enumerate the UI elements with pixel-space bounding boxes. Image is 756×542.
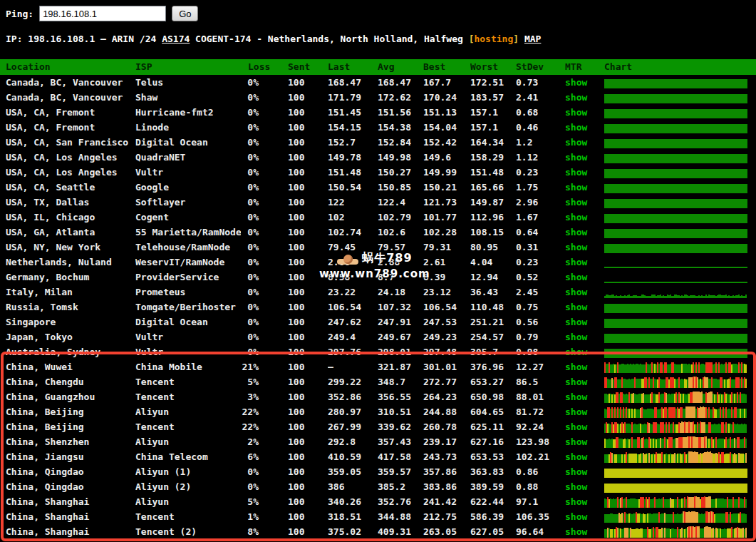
row-mtr: show xyxy=(565,419,604,434)
row-avg: 357.43 xyxy=(378,434,423,449)
row-best: 383.86 xyxy=(423,479,470,494)
row-worst: 625.11 xyxy=(470,419,516,434)
row-stdev: 102.21 xyxy=(516,449,565,464)
row-loss: 0% xyxy=(241,464,288,479)
latency-chart xyxy=(604,376,747,388)
row-sent: 100 xyxy=(288,105,328,120)
mtr-show-link[interactable]: show xyxy=(565,77,587,88)
table-row: Japan, TokyoVultr0%100249.4249.67249.232… xyxy=(0,329,756,344)
row-avg: 102.79 xyxy=(378,210,423,225)
mtr-show-link[interactable]: show xyxy=(565,242,587,252)
row-stdev: 0.31 xyxy=(516,240,565,255)
row-chart-cell xyxy=(604,464,749,479)
mtr-show-link[interactable]: show xyxy=(565,182,587,193)
ping-table: Location ISP Loss Sent Last Avg Best Wor… xyxy=(0,59,756,539)
row-worst: 183.57 xyxy=(470,90,516,105)
table-row: USA, IL, ChicagoCogent0%100102102.79101.… xyxy=(0,210,756,225)
mtr-show-link[interactable]: show xyxy=(565,421,587,432)
mtr-show-link[interactable]: show xyxy=(565,481,587,492)
header-loss: Loss xyxy=(241,59,288,75)
row-avg: 310.51 xyxy=(378,404,423,419)
row-worst: 158.29 xyxy=(470,150,516,165)
mtr-show-link[interactable]: show xyxy=(565,451,587,462)
row-isp: Telehouse/RamNode xyxy=(135,240,241,255)
mtr-show-link[interactable]: show xyxy=(565,212,587,223)
row-sent: 100 xyxy=(288,255,328,270)
mtr-show-link[interactable]: show xyxy=(565,92,587,103)
mtr-show-link[interactable]: show xyxy=(565,272,587,282)
row-worst: 164.34 xyxy=(470,135,516,150)
row-last: 168.47 xyxy=(328,75,378,90)
row-chart-cell xyxy=(604,315,749,329)
row-mtr: show xyxy=(565,494,604,509)
row-best: 2.61 xyxy=(423,255,470,270)
row-sent: 100 xyxy=(288,479,328,494)
table-row: China, BeijingTencent22%100267.99339.622… xyxy=(0,419,756,434)
row-best: 301.01 xyxy=(423,359,470,374)
mtr-show-link[interactable]: show xyxy=(565,287,587,297)
row-sent: 100 xyxy=(288,300,328,315)
map-link[interactable]: MAP xyxy=(524,34,541,44)
row-mtr: show xyxy=(565,285,604,300)
mtr-show-link[interactable]: show xyxy=(565,347,587,357)
go-button[interactable]: Go xyxy=(172,6,198,21)
mtr-show-link[interactable]: show xyxy=(565,526,587,537)
row-loss: 0% xyxy=(241,240,288,255)
row-worst: 172.51 xyxy=(470,75,516,90)
mtr-show-link[interactable]: show xyxy=(565,122,587,133)
mtr-show-link[interactable]: show xyxy=(565,302,587,312)
latency-chart xyxy=(604,166,747,178)
row-chart-cell xyxy=(604,285,749,300)
mtr-show-link[interactable]: show xyxy=(565,362,587,372)
mtr-show-link[interactable]: show xyxy=(565,496,587,507)
mtr-show-link[interactable]: show xyxy=(565,107,587,118)
header-sent: Sent xyxy=(288,59,328,75)
row-best: 151.13 xyxy=(423,105,470,120)
header-mtr: MTR xyxy=(565,59,604,75)
mtr-show-link[interactable]: show xyxy=(565,317,587,327)
mtr-show-link[interactable]: show xyxy=(565,392,587,402)
mtr-show-link[interactable]: show xyxy=(565,152,587,163)
mtr-show-link[interactable]: show xyxy=(565,197,587,208)
row-worst: 157.1 xyxy=(470,120,516,135)
row-chart-cell xyxy=(604,300,749,315)
row-isp: QuadraNET xyxy=(135,150,241,165)
row-location: USA, CA, Fremont xyxy=(6,120,135,135)
row-isp: Digital Ocean xyxy=(135,135,241,150)
mtr-show-link[interactable]: show xyxy=(565,167,587,178)
row-chart-cell xyxy=(604,255,749,270)
table-row: China, ShenzhenAliyun2%100292.8357.43239… xyxy=(0,434,756,449)
mtr-show-link[interactable]: show xyxy=(565,227,587,237)
row-mtr: show xyxy=(565,509,604,524)
table-row: China, QingdaoAliyun (1)0%100359.05359.5… xyxy=(0,464,756,479)
row-sent: 100 xyxy=(288,165,328,180)
row-best: 170.24 xyxy=(423,90,470,105)
row-best: 212.75 xyxy=(423,509,470,524)
latency-chart xyxy=(604,421,747,433)
latency-chart xyxy=(604,256,747,268)
header-last: Last xyxy=(328,59,378,75)
mtr-show-link[interactable]: show xyxy=(565,332,587,342)
mtr-show-link[interactable]: show xyxy=(565,436,587,447)
mtr-show-link[interactable]: show xyxy=(565,511,587,522)
row-loss: 8% xyxy=(241,524,288,539)
ping-tool-page: Ping: Go IP: 198.16.108.1 – ARIN /24 AS1… xyxy=(0,0,756,542)
row-chart-cell xyxy=(604,419,749,434)
latency-chart xyxy=(604,226,747,238)
row-chart-cell xyxy=(604,509,749,524)
mtr-show-link[interactable]: show xyxy=(565,377,587,387)
row-sent: 100 xyxy=(288,90,328,105)
mtr-show-link[interactable]: show xyxy=(565,137,587,148)
mtr-show-link[interactable]: show xyxy=(565,406,587,417)
ping-input[interactable] xyxy=(39,6,166,21)
row-worst: 389.59 xyxy=(470,479,516,494)
row-isp: China Mobile xyxy=(135,359,241,374)
row-stdev: 0.73 xyxy=(516,75,565,90)
ip-summary-middle: COGENT-174 - Netherlands, North Holland,… xyxy=(190,34,468,44)
table-row: China, GuangzhouTencent3%100352.86356.55… xyxy=(0,389,756,404)
spacer xyxy=(519,34,524,44)
latency-chart xyxy=(604,511,747,523)
mtr-show-link[interactable]: show xyxy=(565,466,587,477)
mtr-show-link[interactable]: show xyxy=(565,257,587,267)
as-number-link[interactable]: AS174 xyxy=(162,34,190,44)
